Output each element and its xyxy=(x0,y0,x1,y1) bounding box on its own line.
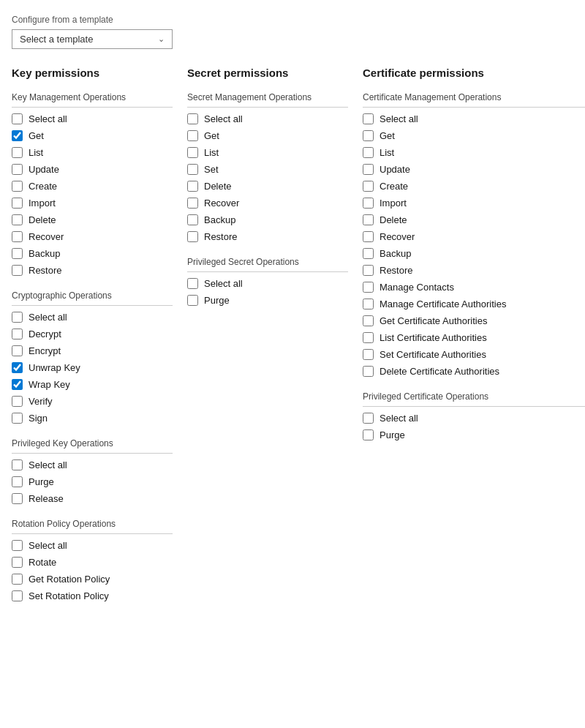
certificate-checkbox-item-1-1[interactable]: Purge xyxy=(363,429,585,440)
key-checkbox-item-3-2[interactable]: Get Rotation Policy xyxy=(12,574,173,585)
certificate-checkbox-item-0-1[interactable]: Get xyxy=(363,130,585,141)
certificate-checkbox-item-0-3[interactable]: Update xyxy=(363,164,585,175)
certificate-checkbox-0-4[interactable] xyxy=(363,181,374,192)
secret-checkbox-0-3[interactable] xyxy=(187,164,198,175)
key-checkbox-item-0-8[interactable]: Backup xyxy=(12,248,173,259)
certificate-checkbox-0-13[interactable] xyxy=(363,332,374,343)
key-checkbox-item-0-1[interactable]: Get xyxy=(12,130,173,141)
key-checkbox-0-5[interactable] xyxy=(12,198,23,209)
secret-checkbox-item-0-5[interactable]: Recover xyxy=(187,198,348,209)
key-checkbox-3-1[interactable] xyxy=(12,557,23,568)
secret-checkbox-0-4[interactable] xyxy=(187,181,198,192)
secret-checkbox-0-2[interactable] xyxy=(187,147,198,158)
certificate-checkbox-item-0-12[interactable]: Get Certificate Authorities xyxy=(363,315,585,326)
certificate-checkbox-0-5[interactable] xyxy=(363,198,374,209)
secret-checkbox-item-0-3[interactable]: Set xyxy=(187,164,348,175)
key-checkbox-3-2[interactable] xyxy=(12,574,23,585)
secret-checkbox-item-1-0[interactable]: Select all xyxy=(187,278,348,289)
secret-checkbox-0-0[interactable] xyxy=(187,113,198,124)
certificate-checkbox-0-3[interactable] xyxy=(363,164,374,175)
key-checkbox-item-0-3[interactable]: Update xyxy=(12,164,173,175)
key-checkbox-item-1-0[interactable]: Select all xyxy=(12,312,173,323)
secret-checkbox-item-0-0[interactable]: Select all xyxy=(187,113,348,124)
secret-checkbox-0-1[interactable] xyxy=(187,130,198,141)
certificate-checkbox-0-10[interactable] xyxy=(363,282,374,293)
key-checkbox-item-1-5[interactable]: Verify xyxy=(12,396,173,407)
key-checkbox-2-1[interactable] xyxy=(12,476,23,487)
key-checkbox-1-3[interactable] xyxy=(12,362,23,373)
certificate-checkbox-item-0-9[interactable]: Restore xyxy=(363,265,585,276)
key-checkbox-0-7[interactable] xyxy=(12,231,23,242)
secret-checkbox-item-0-2[interactable]: List xyxy=(187,147,348,158)
secret-checkbox-1-0[interactable] xyxy=(187,278,198,289)
certificate-checkbox-item-0-15[interactable]: Delete Certificate Authorities xyxy=(363,366,585,377)
secret-checkbox-item-1-1[interactable]: Purge xyxy=(187,295,348,306)
certificate-checkbox-item-0-11[interactable]: Manage Certificate Authorities xyxy=(363,299,585,309)
key-checkbox-0-0[interactable] xyxy=(12,113,23,124)
certificate-checkbox-item-0-6[interactable]: Delete xyxy=(363,214,585,225)
certificate-checkbox-item-0-4[interactable]: Create xyxy=(363,181,585,192)
secret-checkbox-0-6[interactable] xyxy=(187,214,198,225)
certificate-checkbox-0-12[interactable] xyxy=(363,315,374,326)
certificate-checkbox-item-0-14[interactable]: Set Certificate Authorities xyxy=(363,349,585,360)
key-checkbox-0-1[interactable] xyxy=(12,130,23,141)
secret-checkbox-0-7[interactable] xyxy=(187,231,198,242)
key-checkbox-0-8[interactable] xyxy=(12,248,23,259)
key-checkbox-item-0-6[interactable]: Delete xyxy=(12,214,173,225)
key-checkbox-1-1[interactable] xyxy=(12,329,23,339)
key-checkbox-2-2[interactable] xyxy=(12,493,23,504)
key-checkbox-0-6[interactable] xyxy=(12,214,23,225)
template-dropdown[interactable]: Select a template ⌄ xyxy=(12,29,173,49)
key-checkbox-item-1-6[interactable]: Sign xyxy=(12,413,173,424)
key-checkbox-item-0-7[interactable]: Recover xyxy=(12,231,173,242)
certificate-checkbox-0-8[interactable] xyxy=(363,248,374,259)
secret-checkbox-item-0-7[interactable]: Restore xyxy=(187,231,348,242)
key-checkbox-1-2[interactable] xyxy=(12,345,23,356)
key-checkbox-item-2-2[interactable]: Release xyxy=(12,493,173,504)
certificate-checkbox-1-0[interactable] xyxy=(363,413,374,424)
certificate-checkbox-item-0-5[interactable]: Import xyxy=(363,198,585,209)
certificate-checkbox-0-9[interactable] xyxy=(363,265,374,276)
certificate-checkbox-item-0-2[interactable]: List xyxy=(363,147,585,158)
certificate-checkbox-item-0-13[interactable]: List Certificate Authorities xyxy=(363,332,585,343)
key-checkbox-item-3-1[interactable]: Rotate xyxy=(12,557,173,568)
certificate-checkbox-item-0-0[interactable]: Select all xyxy=(363,113,585,124)
certificate-checkbox-0-7[interactable] xyxy=(363,231,374,242)
secret-checkbox-item-0-6[interactable]: Backup xyxy=(187,214,348,225)
key-checkbox-item-2-1[interactable]: Purge xyxy=(12,476,173,487)
secret-checkbox-item-0-1[interactable]: Get xyxy=(187,130,348,141)
secret-checkbox-item-0-4[interactable]: Delete xyxy=(187,181,348,192)
key-checkbox-item-0-4[interactable]: Create xyxy=(12,181,173,192)
certificate-checkbox-item-1-0[interactable]: Select all xyxy=(363,413,585,424)
certificate-checkbox-0-0[interactable] xyxy=(363,113,374,124)
certificate-checkbox-item-0-8[interactable]: Backup xyxy=(363,248,585,259)
key-checkbox-1-6[interactable] xyxy=(12,413,23,424)
certificate-checkbox-0-15[interactable] xyxy=(363,366,374,377)
key-checkbox-1-4[interactable] xyxy=(12,379,23,390)
certificate-checkbox-item-0-7[interactable]: Recover xyxy=(363,231,585,242)
key-checkbox-1-0[interactable] xyxy=(12,312,23,323)
key-checkbox-item-3-0[interactable]: Select all xyxy=(12,540,173,551)
key-checkbox-item-0-0[interactable]: Select all xyxy=(12,113,173,124)
key-checkbox-0-2[interactable] xyxy=(12,147,23,158)
certificate-checkbox-0-1[interactable] xyxy=(363,130,374,141)
key-checkbox-item-1-3[interactable]: Unwrap Key xyxy=(12,362,173,373)
secret-checkbox-1-1[interactable] xyxy=(187,295,198,306)
key-checkbox-item-0-5[interactable]: Import xyxy=(12,198,173,209)
key-checkbox-item-0-9[interactable]: Restore xyxy=(12,265,173,276)
key-checkbox-2-0[interactable] xyxy=(12,459,23,470)
secret-checkbox-0-5[interactable] xyxy=(187,198,198,209)
certificate-checkbox-0-2[interactable] xyxy=(363,147,374,158)
certificate-checkbox-0-14[interactable] xyxy=(363,349,374,360)
certificate-checkbox-0-11[interactable] xyxy=(363,299,374,309)
key-checkbox-item-3-3[interactable]: Set Rotation Policy xyxy=(12,590,173,601)
key-checkbox-3-3[interactable] xyxy=(12,590,23,601)
key-checkbox-0-3[interactable] xyxy=(12,164,23,175)
certificate-checkbox-1-1[interactable] xyxy=(363,429,374,440)
key-checkbox-item-2-0[interactable]: Select all xyxy=(12,459,173,470)
key-checkbox-0-4[interactable] xyxy=(12,181,23,192)
key-checkbox-item-1-4[interactable]: Wrap Key xyxy=(12,379,173,390)
key-checkbox-1-5[interactable] xyxy=(12,396,23,407)
certificate-checkbox-item-0-10[interactable]: Manage Contacts xyxy=(363,282,585,293)
key-checkbox-3-0[interactable] xyxy=(12,540,23,551)
